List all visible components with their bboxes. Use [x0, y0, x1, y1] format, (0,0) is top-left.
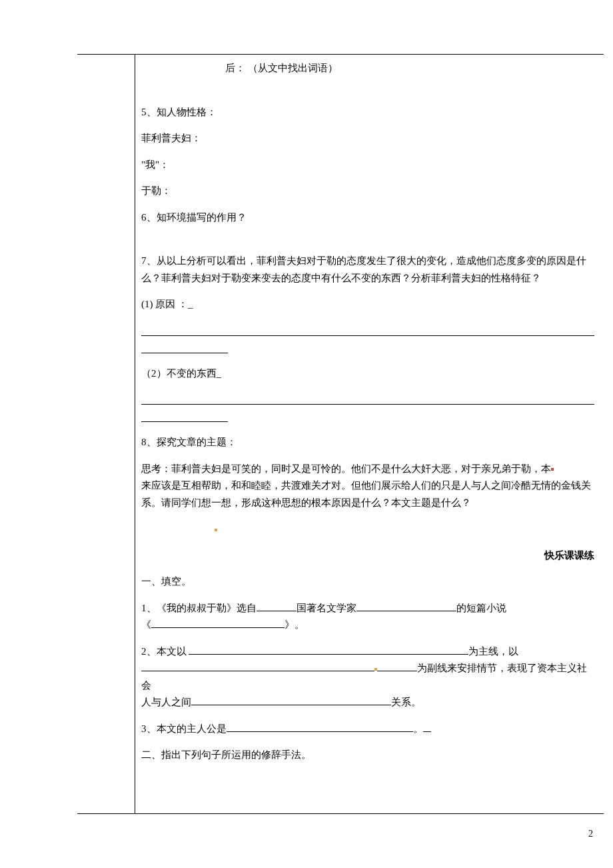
sec1-q1-b: 国著名文学家 — [297, 603, 356, 613]
document-body: 后： （从文中找出词语） 5、知人物性格： 菲利普夫妇： "我"： 于勒： 6、… — [141, 60, 594, 773]
q8-body-text: 思考：菲利普夫妇是可笑的，同时又是可怜的。他们不是什么大奸大恶，对于亲兄弟于勒，… — [141, 463, 551, 474]
sec1-q2-a: 2、本文以 — [141, 646, 187, 657]
sec2-title: 二、指出下列句子所运用的修辞手法。 — [141, 747, 594, 764]
sec1-q2: 2、本文以 为主线，以 为副线来安排情节，表现了资本主义社会 人与人之间关系。 — [141, 643, 594, 711]
q5-yule: 于勒： — [141, 183, 594, 200]
page-number: 2 — [588, 829, 593, 839]
sec1-q1: 1、《我的叔叔于勒》选自国著名文学家的短篇小说 《》。 — [141, 600, 594, 634]
blank — [191, 695, 391, 705]
section-heading: 快乐课课练 — [141, 547, 594, 565]
blank — [257, 601, 297, 611]
q8-title: 8、探究文章的主题： — [141, 434, 594, 451]
blank — [141, 661, 374, 671]
left-vertical-rule — [135, 54, 135, 813]
line-hou: 后： （从文中找出词语） — [141, 60, 594, 77]
blank-tail — [423, 731, 431, 732]
marker-row — [141, 521, 594, 538]
blank — [189, 645, 468, 655]
q5-philip: 菲利普夫妇： — [141, 130, 594, 147]
orange-marker-icon — [215, 529, 217, 531]
red-marker-icon — [551, 468, 554, 471]
answer-line-short — [141, 340, 228, 353]
q5-me: "我"： — [141, 157, 594, 174]
q7-sub2: （2）不变的东西_ — [141, 365, 594, 383]
sec1-q1-e: 》。 — [285, 619, 305, 630]
q7-sub1: (1) 原因 ：_ — [141, 296, 594, 313]
answer-line — [141, 391, 594, 405]
top-rule — [77, 54, 604, 55]
blank — [377, 661, 417, 671]
blank — [227, 722, 413, 732]
sec1-q3-a: 3、本文的主人公是 — [141, 723, 227, 734]
answer-line — [141, 323, 594, 336]
q8-body-rest: 来应该是互相帮助，和和睦睦，共渡难关才对。但他们展示给人们的只是人与人之间冷酷无… — [141, 477, 594, 511]
bottom-rule — [77, 813, 604, 814]
blank — [356, 601, 456, 611]
q7: 7、从以上分析可以看出，菲利普夫妇对于勒的态度发生了很大的变化，造成他们态度多变… — [141, 253, 594, 287]
sec1-q2-b: 为主线，以 — [468, 646, 518, 657]
q5-title: 5、知人物性格： — [141, 104, 594, 121]
sec1-q3-b: 。 — [413, 723, 423, 734]
answer-line-short — [141, 409, 228, 422]
sec1-q1-d: 《 — [141, 619, 151, 630]
sec1-q3: 3、本文的主人公是。 — [141, 721, 594, 738]
sec1-q2-e: 关系。 — [391, 697, 421, 707]
blank — [151, 618, 285, 628]
sec1-q1-c: 的短篇小说 — [456, 603, 506, 613]
sec1-title: 一、填空。 — [141, 573, 594, 591]
sec1-q1-a: 1、《我的叔叔于勒》选自 — [141, 603, 257, 613]
sec1-q2-d: 人与人之间 — [141, 697, 191, 707]
q6: 6、知环境描写的作用？ — [141, 209, 594, 227]
q8-body-line1: 思考：菲利普夫妇是可笑的，同时又是可怜的。他们不是什么大奸大恶，对于亲兄弟于勒，… — [141, 461, 594, 478]
